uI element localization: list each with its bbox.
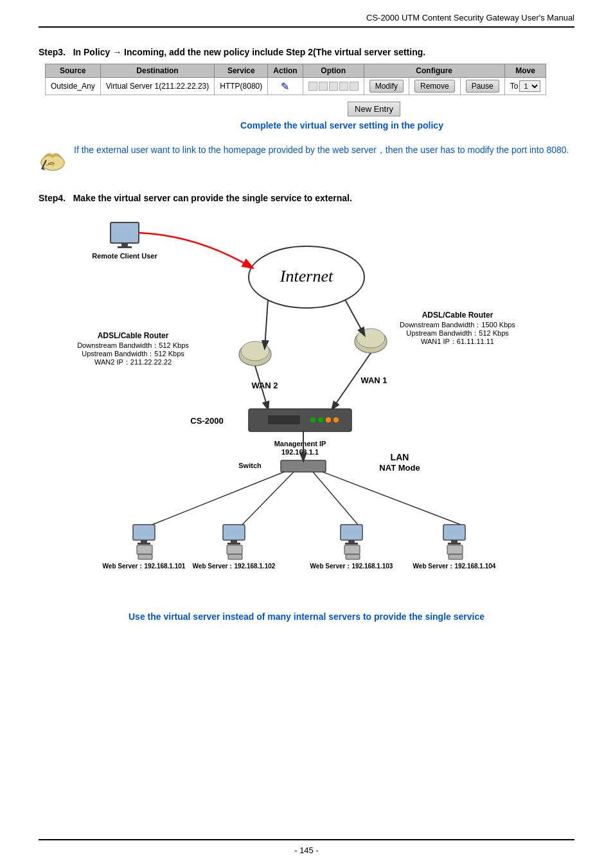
move-to-label: To (510, 82, 519, 91)
svg-rect-45 (227, 545, 242, 554)
complete-text: Complete the virtual server setting in t… (109, 120, 574, 131)
option-cell-3 (329, 82, 338, 91)
svg-rect-46 (228, 554, 242, 559)
cell-option (303, 78, 364, 95)
move-select[interactable]: 1 (519, 80, 540, 92)
step4-heading: Step4. Make the virtual server can provi… (39, 193, 574, 203)
network-diagram: Internet Remote Client User ADSL/Cable R… (75, 210, 538, 608)
svg-rect-7 (118, 246, 132, 248)
footer: - 145 - (39, 839, 574, 855)
page-number: - 145 - (294, 845, 319, 855)
cell-service: HTTP(8080) (215, 78, 268, 95)
svg-text:NAT Mode: NAT Mode (379, 463, 420, 473)
svg-text:CS-2000: CS-2000 (190, 416, 223, 426)
svg-text:WAN 1: WAN 1 (360, 375, 387, 385)
cell-move: To 1 (504, 78, 546, 95)
svg-rect-57 (447, 545, 463, 554)
svg-text:Internet: Internet (280, 267, 333, 285)
cell-pause[interactable]: Pause (460, 78, 504, 95)
cell-modify[interactable]: Modify (364, 78, 409, 95)
svg-point-26 (326, 417, 331, 422)
svg-text:Switch: Switch (238, 462, 262, 469)
svg-text:Web Server：192.168.1.104: Web Server：192.168.1.104 (413, 563, 496, 570)
svg-rect-40 (138, 554, 152, 559)
svg-text:Web Server：192.168.1.102: Web Server：192.168.1.102 (193, 563, 276, 570)
col-action: Action (268, 64, 303, 78)
svg-rect-55 (451, 540, 458, 543)
svg-rect-37 (141, 540, 147, 543)
svg-text:WAN1 IP：61.11.11.11: WAN1 IP：61.11.11.11 (421, 338, 494, 345)
svg-text:WAN2 IP：211.22.22.22: WAN2 IP：211.22.22.22 (94, 358, 172, 366)
note-text: If the external user want to link to the… (74, 143, 569, 157)
svg-rect-52 (346, 554, 360, 559)
svg-rect-36 (133, 525, 155, 540)
svg-point-24 (310, 417, 315, 422)
svg-text:Management IP: Management IP (274, 440, 326, 448)
svg-text:LAN: LAN (391, 452, 409, 462)
new-entry-button[interactable]: New Entry (348, 102, 400, 116)
cell-remove[interactable]: Remove (409, 78, 460, 95)
option-cell-4 (339, 82, 348, 91)
col-option: Option (303, 64, 364, 78)
svg-rect-42 (223, 525, 245, 540)
svg-text:Downstream Bandwidth：512 Kbps: Downstream Bandwidth：512 Kbps (77, 341, 189, 349)
svg-text:192.168.1.1: 192.168.1.1 (281, 448, 319, 456)
page-title: CS-2000 UTM Content Security Gateway Use… (39, 13, 574, 26)
svg-text:Downstream Bandwidth：1500 Kbps: Downstream Bandwidth：1500 Kbps (400, 321, 515, 329)
cell-source: Outside_Any (46, 78, 101, 95)
svg-text:ADSL/Cable Router: ADSL/Cable Router (98, 331, 169, 340)
col-move: Move (504, 64, 546, 78)
svg-rect-6 (121, 243, 128, 246)
svg-point-27 (333, 417, 339, 422)
svg-rect-56 (448, 543, 461, 545)
note-icon (39, 145, 67, 174)
svg-rect-39 (137, 545, 152, 554)
svg-rect-28 (268, 415, 300, 424)
diagram-svg: Internet Remote Client User ADSL/Cable R… (75, 210, 538, 608)
option-cell-5 (350, 82, 359, 91)
svg-rect-43 (231, 540, 237, 543)
svg-text:ADSL/Cable Router: ADSL/Cable Router (422, 311, 493, 320)
col-destination: Destination (100, 64, 215, 78)
svg-point-25 (318, 417, 323, 422)
svg-rect-54 (443, 525, 465, 540)
table-row: Outside_Any Virtual Server 1(211.22.22.2… (46, 78, 546, 95)
svg-point-20 (357, 329, 385, 348)
svg-rect-34 (281, 460, 326, 472)
svg-text:Remote Client User: Remote Client User (92, 252, 157, 260)
cell-destination: Virtual Server 1(211.22.22.23) (100, 78, 215, 95)
svg-rect-58 (449, 554, 463, 559)
svg-text:WAN 2: WAN 2 (251, 381, 278, 390)
pause-button[interactable]: Pause (466, 80, 499, 93)
svg-rect-50 (345, 543, 358, 545)
remove-button[interactable]: Remove (414, 80, 455, 93)
option-cell-2 (319, 82, 328, 91)
svg-rect-38 (138, 543, 150, 545)
svg-text:Upstream Bandwidth：512 Kbps: Upstream Bandwidth：512 Kbps (406, 329, 509, 337)
step3-heading: Step3. In Policy → Incoming, add the new… (39, 47, 574, 57)
modify-button[interactable]: Modify (369, 80, 404, 93)
svg-rect-48 (341, 525, 362, 540)
option-cell-1 (308, 82, 317, 91)
svg-rect-44 (227, 543, 240, 545)
col-source: Source (46, 64, 101, 78)
col-configure: Configure (364, 64, 504, 78)
svg-text:Upstream Bandwidth：512 Kbps: Upstream Bandwidth：512 Kbps (82, 350, 184, 357)
svg-rect-49 (348, 540, 355, 543)
svg-text:Web Server：192.168.1.101: Web Server：192.168.1.101 (103, 563, 186, 570)
diagram-caption: Use the virtual server instead of many i… (39, 611, 574, 622)
col-service: Service (215, 64, 268, 78)
svg-text:Web Server：192.168.1.103: Web Server：192.168.1.103 (310, 563, 393, 570)
svg-rect-51 (344, 545, 360, 554)
svg-rect-5 (111, 222, 139, 243)
policy-table: Source Destination Service Action Option… (45, 64, 546, 95)
cell-action[interactable]: ✎ (268, 78, 303, 95)
action-edit-icon[interactable]: ✎ (281, 80, 289, 93)
